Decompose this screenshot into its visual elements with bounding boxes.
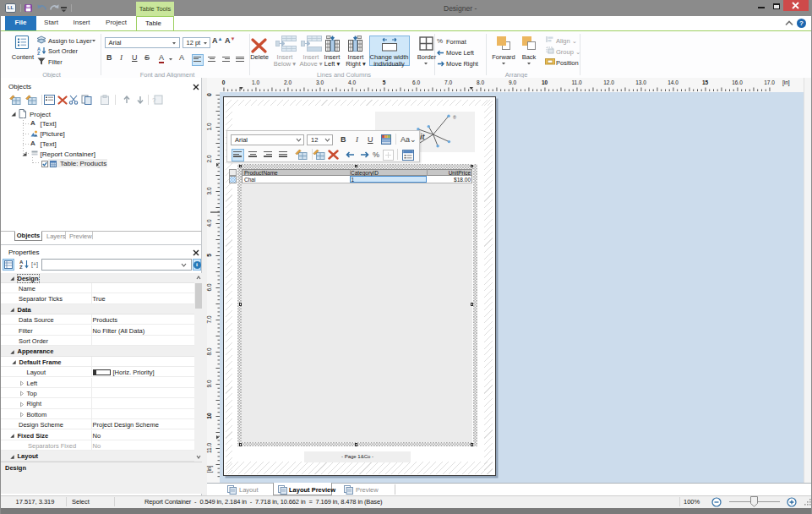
svg-text:?: ? xyxy=(152,96,156,104)
svg-text:®: ® xyxy=(453,115,456,120)
svg-text:Z: Z xyxy=(19,265,23,270)
svg-text:A: A xyxy=(19,260,24,265)
svg-text:Z: Z xyxy=(37,51,41,55)
